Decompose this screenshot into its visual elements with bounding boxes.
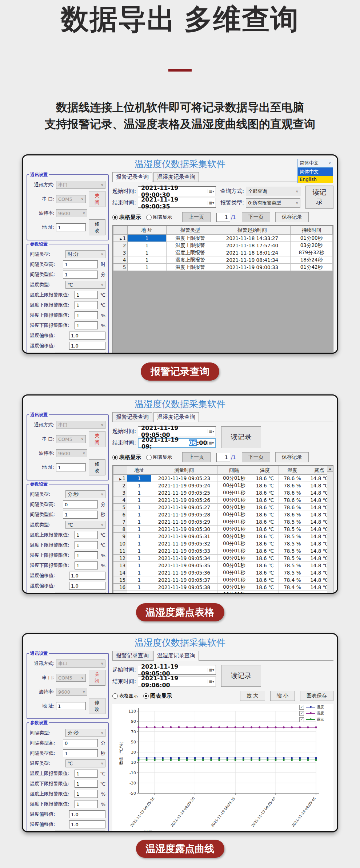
temp-lo-input[interactable]: 1 xyxy=(75,780,98,788)
interval-type-select[interactable]: 分:秒∨ xyxy=(65,729,105,737)
table-row[interactable]: 1 1 2021-11-19 09:05:23 00分01秒 18.6 ℃ 78… xyxy=(113,475,333,482)
baud-rate-select[interactable]: 9600∨ xyxy=(56,209,87,217)
end-time-input[interactable]: 2021-11-19 09:06:00▦▾ xyxy=(138,438,216,448)
calendar-icon[interactable]: ▦▾ xyxy=(208,680,214,684)
table-row[interactable]: 5 1 温度上限报警 2021-11-19 09:00:33 01分42秒 xyxy=(113,264,333,271)
alarm-type-select[interactable]: 0:所有报警类型∨ xyxy=(246,198,300,208)
save-records-button[interactable]: 保存记录 xyxy=(275,452,309,462)
read-records-button[interactable]: 读记录 xyxy=(221,665,261,687)
table-view-radio[interactable] xyxy=(112,215,118,220)
col-temperature[interactable]: 温度 xyxy=(251,466,279,475)
legend-checkbox-icon[interactable]: ✓ xyxy=(299,711,304,716)
alarm-out1-select[interactable]: 1:对应湿度上限报警∨ xyxy=(55,831,105,832)
scroll-up-icon[interactable]: ▲ xyxy=(327,466,333,472)
table-row[interactable]: 17 1 2021-11-19 09:05:39 00分01秒 18.6 ℃ 7… xyxy=(113,591,333,594)
table-row[interactable]: 2 1 温度上限报警 2021-11-18 17:57:40 03分20秒 xyxy=(113,242,333,249)
chart-view-radio[interactable] xyxy=(146,455,152,460)
table-row[interactable]: 7 1 2021-11-19 09:05:29 00分01秒 18.6 ℃ 78… xyxy=(113,518,333,526)
end-time-input[interactable]: 2021-11-19 09:06:00▦▾ xyxy=(138,677,216,686)
language-option-en[interactable]: English xyxy=(298,176,333,183)
col-measure-time[interactable]: 测量时间 xyxy=(151,466,217,475)
temp-offset-input[interactable]: 1.0 xyxy=(69,332,105,340)
read-records-button[interactable]: 读记录 xyxy=(221,426,261,448)
hum-offset-input[interactable]: 1.0 xyxy=(69,820,105,828)
modify-address-button[interactable]: 修改 xyxy=(89,219,105,235)
table-row[interactable]: 5 1 2021-11-19 09:05:27 00分01秒 18.6 ℃ 78… xyxy=(113,504,333,511)
table-row[interactable]: 1 1 温度上限报警 2021-11-18 14:33:27 01分00秒 xyxy=(113,235,333,242)
table-row[interactable]: 13 1 2021-11-19 09:05:35 00分01秒 18.6 ℃ 7… xyxy=(113,562,333,569)
close-port-button[interactable]: 关闭 xyxy=(89,431,105,447)
calendar-icon[interactable]: ▦▾ xyxy=(207,441,214,445)
serial-port-select[interactable]: COM5∨ xyxy=(56,435,86,443)
legend-item[interactable]: ✓湿度 xyxy=(299,711,324,716)
alarm-out1-select[interactable]: 1:对应湿度上限报警∨ xyxy=(55,592,105,594)
table-row[interactable]: 4 1 温度上限报警 2021-11-19 08:41:34 18分24秒 xyxy=(113,256,333,264)
serial-port-select[interactable]: COM5∨ xyxy=(56,674,86,682)
interval-low-input[interactable]: 1 xyxy=(63,749,98,757)
next-page-button[interactable]: 下一页 xyxy=(242,212,270,222)
tab-alarm-query[interactable]: 报警记录查询 xyxy=(112,412,152,422)
calendar-icon[interactable]: ▦▾ xyxy=(208,189,214,193)
legend-checkbox-icon[interactable]: ✓ xyxy=(299,705,304,710)
table-row[interactable]: 6 1 2021-11-19 09:05:28 00分01秒 18.6 ℃ 78… xyxy=(113,511,333,518)
temp-hi-input[interactable]: 1 xyxy=(75,291,98,299)
address-input[interactable]: 1 xyxy=(56,223,86,231)
table-row[interactable]: 12 1 2021-11-19 09:05:34 00分01秒 18.6 ℃ 7… xyxy=(113,555,333,562)
language-option-zh[interactable]: 简体中文 xyxy=(298,168,333,176)
save-records-button[interactable]: 保存记录 xyxy=(275,212,309,222)
close-port-button[interactable]: 关闭 xyxy=(89,670,105,686)
temp-lo-input[interactable]: 1 xyxy=(75,301,98,309)
temp-lo-input[interactable]: 1 xyxy=(75,541,98,549)
start-time-input[interactable]: 2021-11-19 09:05:00▦▾ xyxy=(138,426,216,436)
baud-rate-select[interactable]: 9600∨ xyxy=(56,688,87,696)
hum-offset-input[interactable]: 1.0 xyxy=(69,342,105,350)
table-row[interactable]: 2 1 2021-11-19 09:05:24 00分01秒 18.6 ℃ 78… xyxy=(113,482,333,489)
hum-hi-input[interactable]: 1 xyxy=(75,790,98,798)
table-row[interactable]: 11 1 2021-11-19 09:05:33 00分01秒 18.6 ℃ 7… xyxy=(113,547,333,555)
calendar-icon[interactable]: ▦▾ xyxy=(208,668,214,672)
tab-alarm-query[interactable]: 报警记录查询 xyxy=(112,651,152,660)
table-row[interactable]: 8 1 2021-11-19 09:05:30 00分01秒 18.6 ℃ 78… xyxy=(113,526,333,533)
col-humidity[interactable]: 湿度 xyxy=(279,466,306,475)
start-time-input[interactable]: 2021-11-19 09:00:30▦▾ xyxy=(138,186,216,196)
table-row[interactable]: 15 1 2021-11-19 09:05:37 00分01秒 18.6 ℃ 7… xyxy=(113,576,333,584)
temp-offset-input[interactable]: 1.0 xyxy=(69,572,105,580)
temp-hi-input[interactable]: 1 xyxy=(75,531,98,539)
interval-high-input[interactable]: 1 xyxy=(63,260,98,268)
table-row[interactable]: 3 1 2021-11-19 09:05:25 00分01秒 18.6 ℃ 78… xyxy=(113,489,333,496)
comm-mode-select[interactable]: 串口∨ xyxy=(56,421,105,429)
start-time-input[interactable]: 2021-11-19 09:05:00▦▾ xyxy=(138,665,216,675)
language-dropdown[interactable]: 简体中文 ∨ 简体中文 English xyxy=(297,159,333,183)
modify-address-button[interactable]: 修改 xyxy=(89,459,105,475)
legend-item[interactable]: ✓露点 xyxy=(299,717,324,722)
table-row[interactable]: 3 1 温度上限报警 2021-11-18 18:01:24 879分32秒 xyxy=(113,249,333,256)
address-input[interactable]: 1 xyxy=(56,463,86,471)
close-port-button[interactable]: 关闭 xyxy=(89,191,105,207)
interval-low-input[interactable]: 1 xyxy=(63,271,98,279)
tab-record-query[interactable]: 温湿度记录查询 xyxy=(153,172,199,182)
comm-mode-select[interactable]: 串口∨ xyxy=(56,660,105,668)
hum-hi-input[interactable]: 1 xyxy=(75,551,98,559)
save-chart-button[interactable]: 图表保存 xyxy=(300,691,333,701)
col-interval[interactable]: 间隔 xyxy=(217,466,251,475)
tab-record-query[interactable]: 温湿度记录查询 xyxy=(153,651,199,661)
address-input[interactable]: 1 xyxy=(56,702,86,710)
zoom-out-button[interactable]: 缩 小 xyxy=(270,691,295,701)
alarm-out1-select[interactable]: 1:对应湿度上限报警∨ xyxy=(55,352,105,354)
table-view-radio[interactable] xyxy=(112,693,118,699)
interval-type-select[interactable]: 时:分∨ xyxy=(65,250,105,258)
hum-lo-input[interactable]: 1 xyxy=(75,561,98,569)
table-row[interactable]: 10 1 2021-11-19 09:05:32 00分01秒 18.6 ℃ 7… xyxy=(113,540,333,547)
hum-offset-input[interactable]: 1.0 xyxy=(69,582,105,590)
temp-offset-input[interactable]: 1.0 xyxy=(69,810,105,818)
tab-alarm-query[interactable]: 报警记录查询 xyxy=(112,172,152,182)
col-address[interactable]: 地 址 xyxy=(128,226,166,235)
col-duration[interactable]: 持续时间 xyxy=(290,226,332,235)
table-view-radio[interactable] xyxy=(112,455,118,460)
legend-item[interactable]: ✓温度 xyxy=(299,705,324,710)
next-page-button[interactable]: 下一页 xyxy=(242,452,270,462)
baud-rate-select[interactable]: 9600∨ xyxy=(56,449,87,457)
end-time-input[interactable]: 2021-11-19 09:00:35▦▾ xyxy=(138,198,216,208)
hum-lo-input[interactable]: 1 xyxy=(75,321,98,329)
zoom-in-button[interactable]: 放 大 xyxy=(240,691,265,701)
